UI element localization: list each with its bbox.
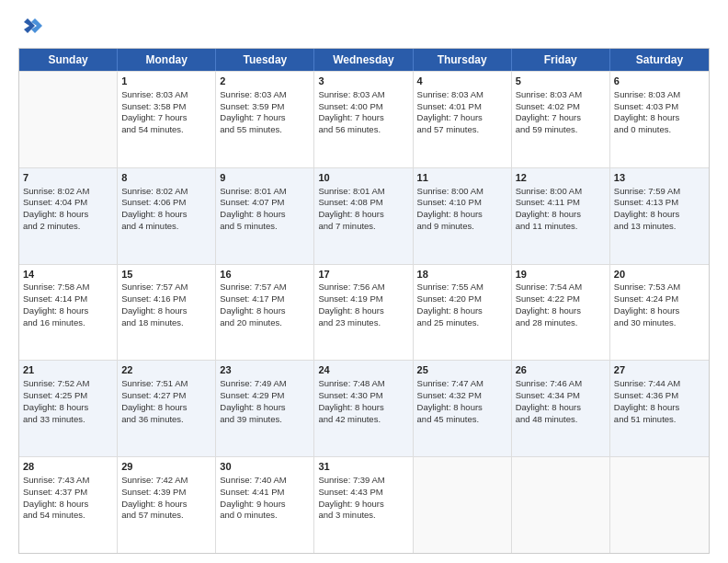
cal-cell-3-2: 23Sunrise: 7:49 AMSunset: 4:29 PMDayligh… — [216, 361, 314, 456]
day-number: 11 — [417, 171, 507, 185]
day-info-line: Daylight: 8 hours — [23, 402, 113, 414]
day-info-line: Daylight: 8 hours — [220, 305, 310, 317]
cal-cell-0-6: 6Sunrise: 8:03 AMSunset: 4:03 PMDaylight… — [610, 72, 709, 167]
day-info-line: Sunset: 4:20 PM — [417, 293, 507, 305]
cal-cell-4-2: 30Sunrise: 7:40 AMSunset: 4:41 PMDayligh… — [216, 457, 314, 553]
day-info-line: Daylight: 7 hours — [417, 112, 507, 124]
day-info-line: and 28 minutes. — [516, 317, 606, 329]
day-info-line: Daylight: 7 hours — [318, 112, 408, 124]
cal-cell-2-6: 20Sunrise: 7:53 AMSunset: 4:24 PMDayligh… — [610, 265, 709, 361]
day-info-line: Sunrise: 7:49 AM — [220, 378, 310, 390]
cal-cell-4-6 — [610, 457, 709, 553]
cal-cell-2-3: 17Sunrise: 7:56 AMSunset: 4:19 PMDayligh… — [314, 265, 413, 361]
day-info-line: Sunrise: 7:48 AM — [318, 378, 408, 390]
cal-cell-0-0 — [19, 72, 118, 167]
day-info-line: Daylight: 8 hours — [614, 209, 705, 221]
day-info-line: and 51 minutes. — [614, 414, 705, 426]
day-info-line: and 25 minutes. — [417, 317, 507, 329]
cal-cell-0-5: 5Sunrise: 8:03 AMSunset: 4:02 PMDaylight… — [512, 72, 610, 167]
day-info-line: Sunset: 4:01 PM — [417, 101, 507, 113]
calendar-header: Sunday Monday Tuesday Wednesday Thursday… — [19, 49, 709, 71]
day-info-line: Sunrise: 7:57 AM — [220, 282, 310, 293]
day-info-line: Sunrise: 8:00 AM — [417, 186, 507, 198]
day-info-line: and 2 minutes. — [23, 221, 113, 233]
cal-cell-0-2: 2Sunrise: 8:03 AMSunset: 3:59 PMDaylight… — [216, 72, 314, 167]
header-thursday: Thursday — [414, 49, 512, 71]
day-info-line: Daylight: 8 hours — [516, 402, 606, 414]
cal-cell-3-3: 24Sunrise: 7:48 AMSunset: 4:30 PMDayligh… — [314, 361, 413, 456]
day-info-line: Sunset: 4:37 PM — [23, 487, 113, 499]
day-number: 21 — [23, 363, 113, 377]
calendar-row-3: 21Sunrise: 7:52 AMSunset: 4:25 PMDayligh… — [19, 360, 709, 456]
day-info-line: Sunrise: 7:59 AM — [614, 186, 705, 198]
day-info-line: Daylight: 8 hours — [516, 209, 606, 221]
calendar-body: 1Sunrise: 8:03 AMSunset: 3:58 PMDaylight… — [19, 71, 709, 553]
cal-cell-0-1: 1Sunrise: 8:03 AMSunset: 3:58 PMDaylight… — [118, 72, 216, 167]
day-info-line: Sunset: 4:16 PM — [121, 293, 211, 305]
day-info-line: Sunset: 4:04 PM — [23, 197, 113, 209]
header-saturday: Saturday — [610, 49, 709, 71]
cal-cell-1-0: 7Sunrise: 8:02 AMSunset: 4:04 PMDaylight… — [19, 168, 118, 264]
cal-cell-3-6: 27Sunrise: 7:44 AMSunset: 4:36 PMDayligh… — [610, 361, 709, 456]
day-info-line: Sunrise: 8:01 AM — [220, 186, 310, 198]
day-info-line: Sunset: 4:22 PM — [516, 293, 606, 305]
day-info-line: Sunrise: 7:46 AM — [516, 378, 606, 390]
cal-cell-3-1: 22Sunrise: 7:51 AMSunset: 4:27 PMDayligh… — [118, 361, 216, 456]
day-info-line: Sunrise: 7:44 AM — [614, 378, 705, 390]
header — [18, 15, 710, 40]
day-info-line: Sunrise: 8:03 AM — [318, 89, 408, 101]
day-info-line: and 13 minutes. — [614, 221, 705, 233]
day-info-line: Sunrise: 8:03 AM — [220, 89, 310, 101]
day-info-line: and 33 minutes. — [23, 414, 113, 426]
day-info-line: Sunset: 4:30 PM — [318, 390, 408, 402]
day-number: 20 — [614, 268, 705, 282]
day-info-line: Sunset: 4:06 PM — [121, 197, 211, 209]
day-info-line: and 0 minutes. — [220, 510, 310, 522]
day-info-line: Daylight: 8 hours — [516, 305, 606, 317]
day-info-line: and 57 minutes. — [121, 510, 211, 522]
day-info-line: and 30 minutes. — [614, 317, 705, 329]
day-info-line: and 54 minutes. — [23, 510, 113, 522]
day-info-line: Sunrise: 8:02 AM — [23, 186, 113, 198]
calendar-row-4: 28Sunrise: 7:43 AMSunset: 4:37 PMDayligh… — [19, 456, 709, 553]
day-number: 12 — [516, 171, 606, 185]
day-number: 3 — [318, 75, 408, 88]
day-number: 5 — [516, 75, 606, 88]
day-info-line: Sunrise: 7:53 AM — [614, 282, 705, 293]
day-info-line: Sunrise: 7:43 AM — [23, 475, 113, 487]
logo-icon — [18, 15, 44, 40]
day-number: 31 — [318, 460, 408, 474]
day-info-line: Daylight: 8 hours — [220, 402, 310, 414]
day-info-line: and 42 minutes. — [318, 414, 408, 426]
cal-cell-4-4 — [414, 457, 512, 553]
day-number: 1 — [121, 75, 211, 88]
day-number: 6 — [614, 75, 705, 88]
header-monday: Monday — [118, 49, 216, 71]
day-info-line: Daylight: 8 hours — [318, 209, 408, 221]
day-info-line: and 59 minutes. — [516, 124, 606, 136]
cal-cell-2-5: 19Sunrise: 7:54 AMSunset: 4:22 PMDayligh… — [512, 265, 610, 361]
calendar-row-1: 7Sunrise: 8:02 AMSunset: 4:04 PMDaylight… — [19, 167, 709, 264]
day-number: 30 — [220, 460, 310, 474]
header-wednesday: Wednesday — [314, 49, 413, 71]
day-info-line: and 45 minutes. — [417, 414, 507, 426]
day-info-line: Daylight: 8 hours — [220, 209, 310, 221]
day-info-line: Daylight: 8 hours — [23, 499, 113, 511]
day-number: 4 — [417, 75, 507, 88]
day-info-line: Sunset: 4:07 PM — [220, 197, 310, 209]
day-info-line: Sunset: 4:25 PM — [23, 390, 113, 402]
day-number: 17 — [318, 268, 408, 282]
day-number: 18 — [417, 268, 507, 282]
day-info-line: Sunset: 4:27 PM — [121, 390, 211, 402]
day-number: 22 — [121, 363, 211, 377]
day-number: 10 — [318, 171, 408, 185]
cal-cell-4-0: 28Sunrise: 7:43 AMSunset: 4:37 PMDayligh… — [19, 457, 118, 553]
day-info-line: Sunrise: 7:51 AM — [121, 378, 211, 390]
day-info-line: Daylight: 9 hours — [318, 499, 408, 511]
day-info-line: Sunrise: 7:47 AM — [417, 378, 507, 390]
cal-cell-3-5: 26Sunrise: 7:46 AMSunset: 4:34 PMDayligh… — [512, 361, 610, 456]
day-info-line: Sunset: 4:36 PM — [614, 390, 705, 402]
day-number: 7 — [23, 171, 113, 185]
day-info-line: Sunrise: 8:01 AM — [318, 186, 408, 198]
day-info-line: and 56 minutes. — [318, 124, 408, 136]
